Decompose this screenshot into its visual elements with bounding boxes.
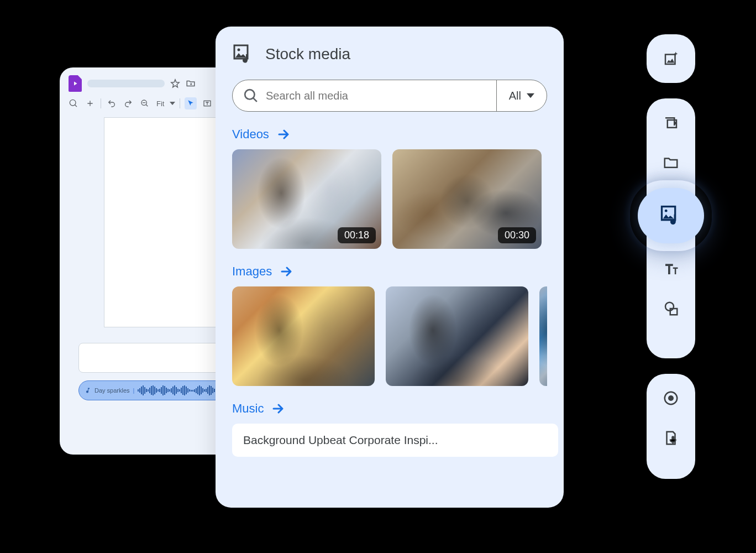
files-button[interactable]	[654, 146, 687, 179]
separator	[180, 98, 180, 108]
music-item[interactable]: Background Upbeat Corporate Inspi...	[232, 424, 558, 457]
top-tool-pill	[647, 34, 695, 83]
svg-point-5	[665, 210, 668, 212]
search-input[interactable]	[266, 90, 485, 102]
undo-icon[interactable]	[106, 97, 118, 109]
image-sparkle-button[interactable]	[654, 49, 687, 69]
move-to-folder-icon[interactable]	[186, 79, 196, 88]
search-tool-icon[interactable]	[67, 97, 80, 109]
images-section-link[interactable]: Images	[232, 264, 547, 279]
image-thumbnail[interactable]	[386, 286, 528, 386]
arrow-right-icon	[280, 265, 293, 278]
music-title: Background Upbeat Corporate Inspi...	[243, 434, 438, 446]
arrow-right-icon	[277, 128, 290, 141]
zoom-label[interactable]: Fit	[155, 100, 165, 108]
textbox-tool-icon[interactable]	[201, 97, 213, 109]
music-section-link[interactable]: Music	[232, 401, 547, 416]
filter-dropdown[interactable]: All	[496, 80, 547, 111]
document-title-placeholder[interactable]	[87, 80, 165, 87]
search-icon	[244, 88, 258, 103]
duration-badge: 00:30	[498, 227, 536, 243]
zoom-out-icon[interactable]	[139, 97, 151, 109]
play-icon	[72, 80, 78, 87]
svg-point-3	[238, 49, 240, 51]
redo-icon[interactable]	[122, 97, 134, 109]
mid-tool-pill	[647, 98, 695, 358]
star-icon[interactable]	[170, 79, 180, 88]
images-row	[232, 286, 547, 386]
shapes-button[interactable]	[654, 292, 687, 325]
stock-media-panel: Stock media All Videos 00:18 00:30 Image…	[216, 27, 564, 508]
videos-label: Videos	[232, 127, 269, 142]
audio-track-label: Day sparkles	[95, 387, 130, 394]
voiceover-button[interactable]	[654, 421, 687, 455]
videos-row: 00:18 00:30	[232, 149, 547, 249]
search-input-wrapper	[233, 80, 496, 111]
duration-badge: 00:18	[338, 227, 376, 243]
search-row: All	[232, 80, 547, 112]
video-thumbnail[interactable]: 00:30	[392, 149, 542, 249]
zoom-dropdown-icon[interactable]	[170, 101, 175, 106]
add-icon[interactable]	[84, 97, 96, 109]
image-thumbnail-peek[interactable]	[539, 286, 547, 386]
music-label: Music	[232, 401, 264, 416]
video-thumbnail[interactable]: 00:18	[232, 149, 381, 249]
filter-label: All	[509, 90, 521, 102]
document-icon[interactable]	[69, 75, 82, 92]
bottom-tool-pill	[647, 374, 695, 479]
separator	[101, 98, 101, 108]
arrow-right-icon	[271, 402, 285, 415]
stock-media-icon	[232, 43, 254, 65]
chevron-down-icon	[527, 92, 534, 100]
images-label: Images	[232, 264, 272, 279]
image-thumbnail[interactable]	[232, 286, 375, 386]
panel-header: Stock media	[232, 43, 547, 65]
videos-section-link[interactable]: Videos	[232, 127, 547, 142]
select-tool-icon[interactable]	[185, 97, 197, 109]
panel-title: Stock media	[265, 45, 350, 63]
text-button[interactable]	[654, 252, 687, 285]
music-note-icon	[85, 387, 91, 394]
templates-button[interactable]	[654, 106, 687, 139]
record-button[interactable]	[654, 382, 687, 415]
svg-point-9	[668, 395, 674, 401]
stock-media-button[interactable]	[638, 188, 704, 243]
